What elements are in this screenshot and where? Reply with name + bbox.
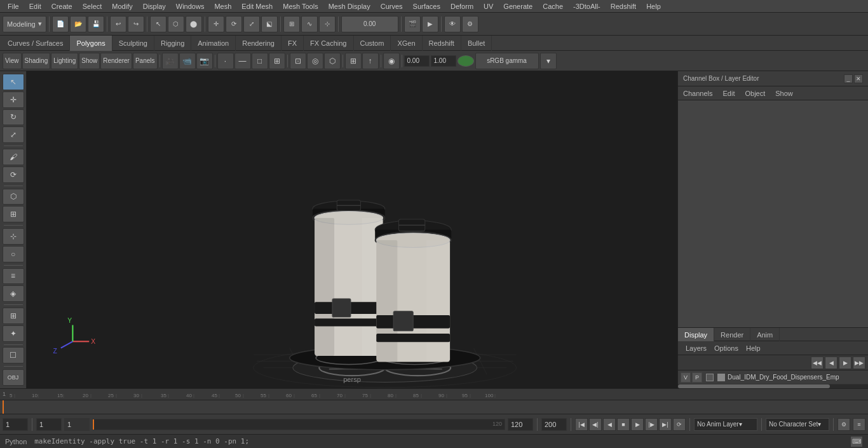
ipr-btn[interactable]: ▶ [422, 16, 438, 32]
menu-edit-mesh[interactable]: Edit Mesh [236, 0, 278, 13]
edit-tab[interactable]: Edit [717, 86, 740, 100]
menu-surfaces[interactable]: Surfaces [408, 0, 445, 13]
mode-tab-fx[interactable]: FX [281, 36, 304, 51]
undo-btn[interactable]: ↩ [110, 16, 126, 32]
grid2-btn[interactable]: ⊞ [3, 308, 24, 324]
menu-windows[interactable]: Windows [171, 0, 210, 13]
new-scene-btn[interactable]: 📄 [52, 16, 69, 32]
max-frame-field[interactable]: 200 [541, 418, 567, 431]
bevel-btn[interactable]: ◈ [3, 285, 24, 302]
shading-menu-btn[interactable]: Shading [22, 53, 51, 69]
viewport[interactable]: X Y Z persp [27, 71, 677, 388]
menu-3dtoa[interactable]: -3DtoAll- [568, 0, 606, 13]
layer-visibility-btn[interactable]: V [681, 372, 691, 383]
panel-minimize-btn[interactable]: _ [844, 74, 853, 83]
timeline-ruler[interactable]: 1 5 10 15 20 25 30 35 40 45 50 55 60 65 [0, 389, 868, 400]
settings-btn[interactable]: ⚙ [837, 418, 850, 431]
paint-btn[interactable]: ⬤ [186, 16, 202, 32]
layers-scroll-thumb[interactable] [678, 384, 830, 388]
layers-nav-next-btn[interactable]: ▶ [839, 356, 851, 369]
normals-btn[interactable]: ↑ [362, 53, 379, 69]
char-set-dropdown[interactable]: No Character Set ▾ [766, 418, 829, 431]
save-btn[interactable]: 💾 [88, 16, 104, 32]
mode-dropdown[interactable]: Modeling ▾ [3, 16, 46, 32]
layers-nav-prev-btn[interactable]: ◀ [825, 356, 837, 369]
camera-zoom-field[interactable]: 1.00 [431, 55, 456, 67]
camera3-btn[interactable]: 📷 [196, 53, 213, 69]
face-btn[interactable]: □ [252, 53, 268, 69]
colorspace-dropdown[interactable]: sRGB gamma [475, 53, 539, 69]
menu-deform[interactable]: Deform [445, 0, 478, 13]
options-label[interactable]: Options [710, 344, 742, 352]
menu-curves[interactable]: Curves [376, 0, 408, 13]
object-mode-btn[interactable]: OBJ [3, 369, 24, 386]
show-hide-btn[interactable]: 👁 [444, 16, 461, 32]
panel-close-btn[interactable]: ✕ [854, 74, 863, 83]
mode-tab-sculpting[interactable]: Sculpting [112, 36, 154, 51]
go-start-btn[interactable]: |◀ [575, 418, 588, 431]
menu-edit[interactable]: Edit [24, 0, 46, 13]
lasso-btn[interactable]: ⬡ [168, 16, 184, 32]
layers-scrollbar[interactable] [678, 384, 868, 388]
object-tab[interactable]: Object [740, 86, 770, 100]
move-btn[interactable]: ✛ [208, 16, 224, 32]
timeline-scrub-bar[interactable]: 120 [92, 419, 505, 430]
current-frame-field[interactable]: 1 [3, 418, 28, 431]
mode-tab-custom[interactable]: Custom [354, 36, 391, 51]
rotate-btn[interactable]: ⟳ [226, 16, 242, 32]
loop-btn[interactable]: ⟳ [673, 418, 686, 431]
panels-menu-btn[interactable]: Panels [133, 53, 158, 69]
snap-point-btn[interactable]: ⊹ [319, 16, 336, 32]
edge-btn[interactable]: — [234, 53, 251, 69]
layer-lock-btn[interactable]: P [692, 372, 702, 383]
mode-tab-polygons[interactable]: Polygons [70, 36, 112, 51]
mode-tab-animation[interactable]: Animation [191, 36, 236, 51]
mode-tab-redshift[interactable]: Redshift [423, 36, 461, 51]
menu-mesh-tools[interactable]: Mesh Tools [278, 0, 323, 13]
stop-btn[interactable]: ■ [617, 418, 630, 431]
scale-tool-btn[interactable]: ⤢ [3, 126, 24, 143]
menu-modify[interactable]: Modify [107, 0, 137, 13]
component-btn[interactable]: ⬡ [3, 189, 24, 205]
go-end-btn[interactable]: ▶| [659, 418, 672, 431]
anim-layer-dropdown[interactable]: No Anim Layer ▾ [694, 418, 757, 431]
rotate-tool-btn[interactable]: ↻ [3, 109, 24, 126]
lighting-menu-btn[interactable]: Lighting [51, 53, 78, 69]
camera2-btn[interactable]: 📹 [179, 53, 196, 69]
mode-tab-bullet[interactable]: Bullet [461, 36, 492, 51]
play-back-btn[interactable]: ◀ [603, 418, 616, 431]
script-editor-btn[interactable]: ⌨ [850, 436, 863, 447]
menu-mesh-display[interactable]: Mesh Display [323, 0, 376, 13]
timeline-bar[interactable] [0, 400, 868, 414]
scale-btn[interactable]: ⤢ [243, 16, 260, 32]
menu-uv[interactable]: UV [478, 0, 498, 13]
mode-tab-curves-surfaces[interactable]: Curves / Surfaces [1, 36, 70, 51]
display-tab[interactable]: Display [678, 328, 714, 342]
frame-indicator-field[interactable]: 1 [64, 418, 90, 431]
show-tab[interactable]: Show [770, 86, 798, 100]
render-btn[interactable]: 🎬 [404, 16, 421, 32]
select-tool-btn[interactable]: ↖ [3, 74, 24, 90]
mode-tab-xgen[interactable]: XGen [391, 36, 422, 51]
step-forward-btn[interactable]: |▶ [645, 418, 658, 431]
layers-label[interactable]: Layers [682, 344, 710, 352]
xray-btn[interactable]: ☐ [3, 347, 24, 363]
subdiv-btn[interactable]: ⬡ [324, 53, 341, 69]
snap2-btn[interactable]: ✦ [3, 325, 24, 342]
colorspace-arrow[interactable]: ▾ [540, 53, 557, 69]
play-forward-btn[interactable]: ▶ [631, 418, 644, 431]
paint-tool-btn[interactable]: 🖌 [3, 149, 24, 165]
open-btn[interactable]: 📂 [70, 16, 86, 32]
move-tool-btn[interactable]: ✛ [3, 92, 24, 108]
symmetry-btn[interactable]: ⊞ [3, 206, 24, 222]
renderer-menu-btn[interactable]: Renderer [100, 53, 132, 69]
menu-file[interactable]: File [3, 0, 24, 13]
snap-curve-btn[interactable]: ∿ [301, 16, 318, 32]
vertex-btn[interactable]: · [217, 53, 234, 69]
menu-cache[interactable]: Cache [538, 0, 568, 13]
redo-btn[interactable]: ↪ [128, 16, 144, 32]
anim-tab[interactable]: Anim [750, 328, 780, 342]
transform-btn[interactable]: ⬕ [261, 16, 278, 32]
layers-nav-right-btn[interactable]: ▶▶ [853, 356, 865, 369]
wireframe-btn[interactable]: ⊡ [290, 53, 306, 69]
